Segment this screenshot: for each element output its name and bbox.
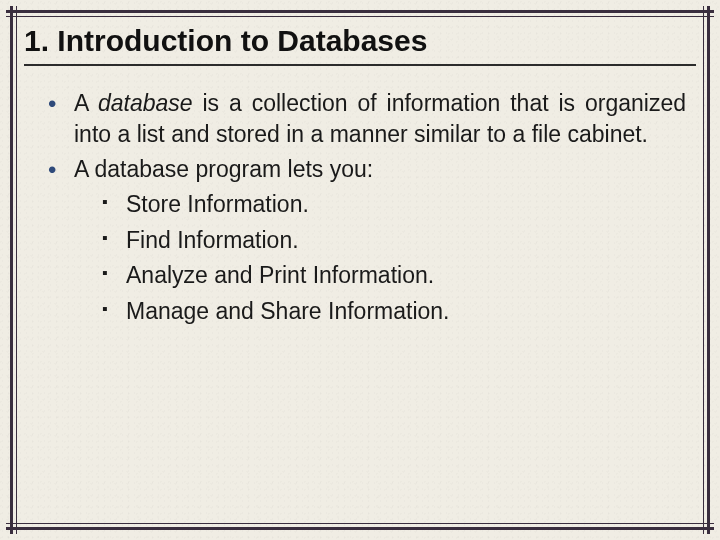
sub-list: Store Information. Find Information. Ana… [74,187,686,330]
sub-item-3: Analyze and Print Information. [102,258,686,294]
slide-title: 1. Introduction to Databases [24,24,696,58]
sub-item-2: Find Information. [102,223,686,259]
slide-content: 1. Introduction to Databases A database … [24,24,696,516]
title-divider [24,64,696,66]
bullet-2: A database program lets you: Store Infor… [48,154,686,330]
bullet-1: A database is a collection of informatio… [48,88,686,150]
bullet-1-em: database [98,90,193,116]
bullet-list: A database is a collection of informatio… [24,88,696,330]
bullet-1-pre: A [74,90,98,116]
bullet-2-text: A database program lets you: [74,156,373,182]
sub-item-1: Store Information. [102,187,686,223]
sub-item-4: Manage and Share Information. [102,294,686,330]
